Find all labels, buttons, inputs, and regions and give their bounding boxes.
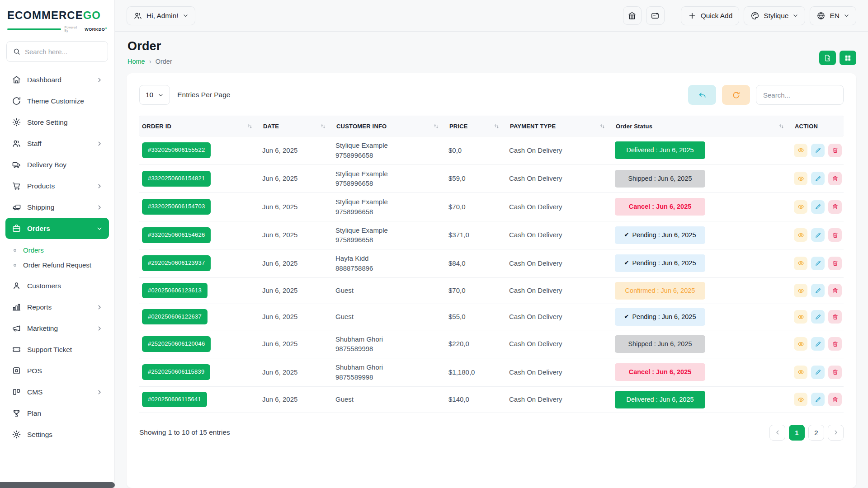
table-row: #020250606123613Jun 6, 2025Guest$70,0Cas… <box>139 278 844 304</box>
delete-order-button[interactable] <box>828 257 842 270</box>
delete-order-button[interactable] <box>828 393 842 406</box>
sidebar-item-dashboard[interactable]: Dashboard <box>0 69 114 90</box>
order-id-badge[interactable]: #020250606115641 <box>142 392 207 408</box>
sidebar-item-delivery-boy[interactable]: Delivery Boy <box>0 154 114 175</box>
sidebar-item-pos[interactable]: POS <box>0 360 114 381</box>
horizontal-scrollbar[interactable] <box>0 482 115 488</box>
quick-add-button[interactable]: Quick Add <box>681 6 740 25</box>
view-order-button[interactable] <box>794 393 807 406</box>
sidebar-item-marketing[interactable]: Marketing <box>0 318 114 339</box>
card-button[interactable] <box>646 6 665 25</box>
language-select-button[interactable]: EN <box>810 6 856 25</box>
sidebar-item-support-ticket[interactable]: Support Ticket <box>0 339 114 360</box>
sidebar: ECOMMERCEGO Powered By WORKDO● Dashboard… <box>0 0 115 488</box>
order-id-badge[interactable]: #2920250606123937 <box>142 255 211 271</box>
view-order-button[interactable] <box>794 144 807 157</box>
theme-select-button[interactable]: Stylique <box>744 6 805 25</box>
edit-order-button[interactable] <box>811 228 825 242</box>
edit-order-button[interactable] <box>811 172 825 185</box>
sidebar-subitem-orders[interactable]: Orders <box>0 243 114 258</box>
sidebar-item-theme-customize[interactable]: Theme Customize <box>0 90 114 112</box>
delete-order-button[interactable] <box>828 200 842 214</box>
sidebar-item-settings[interactable]: Settings <box>0 424 114 445</box>
table-search-input[interactable] <box>756 85 844 105</box>
sidebar-item-customers[interactable]: Customers <box>0 275 114 296</box>
delete-order-button[interactable] <box>828 172 842 185</box>
previous-page-button[interactable] <box>769 425 785 441</box>
column-header-payment-type[interactable]: PAYMENT TYPE <box>509 117 615 135</box>
edit-order-button[interactable] <box>811 310 825 324</box>
chevron-right-icon <box>96 325 103 332</box>
view-order-button[interactable] <box>794 284 807 297</box>
page-1-button[interactable]: 1 <box>789 425 805 441</box>
sidebar-search-input[interactable] <box>25 48 102 56</box>
order-id-badge[interactable]: #3320250606154821 <box>142 171 211 187</box>
next-page-button[interactable] <box>828 425 844 441</box>
sidebar-item-shipping[interactable]: Shipping <box>0 197 114 218</box>
sidebar-item-cms[interactable]: CMS <box>0 381 114 403</box>
edit-order-button[interactable] <box>811 393 825 406</box>
order-id-badge[interactable]: #020250606122637 <box>142 309 208 325</box>
order-id-badge[interactable]: #3320250606155522 <box>142 142 211 158</box>
page-2-button[interactable]: 2 <box>808 425 824 441</box>
order-price: $0,0 <box>448 145 509 155</box>
main-area: Hi, Admin! Quick Add Stylique EN <box>115 0 868 488</box>
edit-order-button[interactable] <box>811 257 825 270</box>
order-date: Jun 6, 2025 <box>262 230 335 240</box>
admin-profile-button[interactable]: Hi, Admin! <box>127 6 195 25</box>
column-header-customer-info[interactable]: CUSTOMER INFO <box>335 117 448 135</box>
chevron-down-icon <box>96 225 103 232</box>
order-id-badge[interactable]: #020250606123613 <box>142 283 208 299</box>
refresh-button[interactable] <box>722 85 750 105</box>
delete-order-button[interactable] <box>828 366 842 379</box>
order-price: $55,0 <box>448 312 509 322</box>
column-header-price[interactable]: PRICE <box>448 117 509 135</box>
delete-order-button[interactable] <box>828 144 842 157</box>
order-price: $59,0 <box>448 174 509 183</box>
view-order-button[interactable] <box>794 366 807 379</box>
pencil-icon <box>815 341 821 347</box>
column-header-date[interactable]: DATE <box>262 117 335 135</box>
sidebar-item-reports[interactable]: Reports <box>0 296 114 318</box>
export-button[interactable] <box>819 51 836 65</box>
column-header-order-id[interactable]: ORDER ID <box>139 117 262 135</box>
storefront-button[interactable] <box>623 6 642 25</box>
brand-logo[interactable]: ECOMMERCEGO Powered By WORKDO● <box>0 0 114 32</box>
edit-order-button[interactable] <box>811 366 825 379</box>
sidebar-item-products[interactable]: Products <box>0 175 114 197</box>
sidebar-item-label: Delivery Boy <box>27 161 103 169</box>
order-id-badge[interactable]: #2520250606120046 <box>142 336 211 352</box>
order-id-badge[interactable]: #2520250606115839 <box>142 364 210 380</box>
view-order-button[interactable] <box>794 257 807 270</box>
view-order-button[interactable] <box>794 310 807 324</box>
breadcrumb-separator: › <box>149 57 151 65</box>
entries-per-page-select[interactable]: 10 <box>139 85 170 105</box>
view-order-button[interactable] <box>794 172 807 185</box>
edit-order-button[interactable] <box>811 144 825 157</box>
order-id-badge[interactable]: #3320250606154703 <box>142 199 211 215</box>
edit-order-button[interactable] <box>811 200 825 214</box>
edit-order-button[interactable] <box>811 284 825 297</box>
sidebar-item-staff[interactable]: Staff <box>0 133 114 154</box>
sidebar-item-orders[interactable]: Orders <box>5 218 109 239</box>
view-order-button[interactable] <box>794 337 807 351</box>
sidebar-item-label: Staff <box>27 140 90 148</box>
delete-order-button[interactable] <box>828 228 842 242</box>
delete-order-button[interactable] <box>828 310 842 324</box>
edit-order-button[interactable] <box>811 337 825 351</box>
delete-order-button[interactable] <box>828 337 842 351</box>
powered-brand-label: WORKDO● <box>85 26 107 32</box>
column-header-order-status[interactable]: Order Status <box>615 117 794 135</box>
view-order-button[interactable] <box>794 200 807 214</box>
sidebar-item-store-setting[interactable]: Store Setting <box>0 112 114 133</box>
sidebar-item-label: Support Ticket <box>27 346 103 354</box>
quick-add-label: Quick Add <box>701 12 733 20</box>
grid-view-button[interactable] <box>840 51 856 65</box>
breadcrumb-home-link[interactable]: Home <box>127 58 145 65</box>
sidebar-item-plan[interactable]: Plan <box>0 403 114 424</box>
reset-filters-button[interactable] <box>688 85 716 105</box>
delete-order-button[interactable] <box>828 284 842 297</box>
sidebar-subitem-order-refund-request[interactable]: Order Refund Request <box>0 258 114 272</box>
view-order-button[interactable] <box>794 228 807 242</box>
order-id-badge[interactable]: #3320250606154626 <box>142 227 211 243</box>
